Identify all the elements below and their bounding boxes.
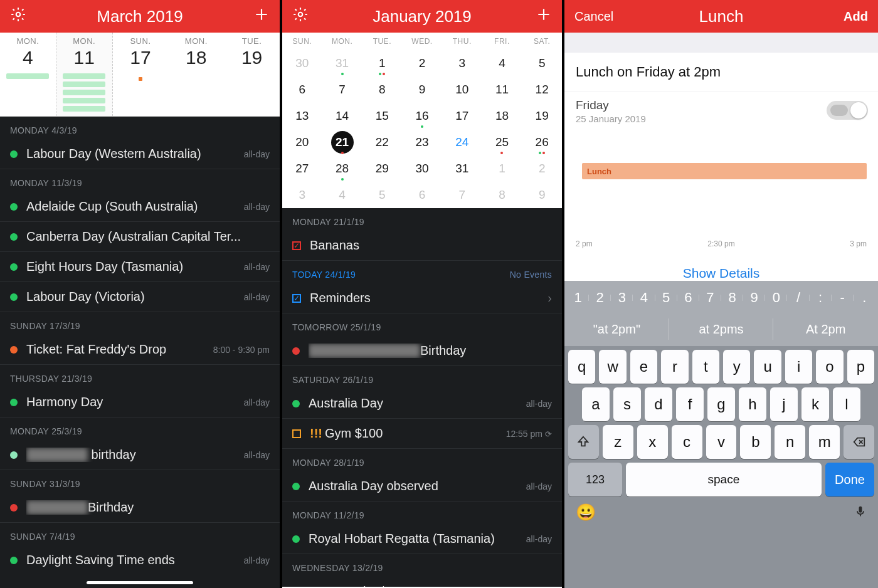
key-letter[interactable]: a <box>582 387 610 421</box>
key-number[interactable]: 2 <box>589 290 611 306</box>
month-day[interactable]: 23 <box>402 129 442 155</box>
key-shift[interactable] <box>568 425 599 459</box>
month-day[interactable]: 29 <box>362 155 402 182</box>
month-day[interactable]: 3 <box>442 50 482 76</box>
month-day[interactable]: 13 <box>282 103 322 129</box>
key-letter[interactable]: r <box>661 350 688 384</box>
key-letter[interactable]: y <box>723 350 750 384</box>
key-letter[interactable]: p <box>847 350 874 384</box>
allday-toggle[interactable] <box>827 101 868 120</box>
month-day[interactable]: 6 <box>282 76 322 103</box>
month-day[interactable]: 8 <box>362 76 402 103</box>
key-letter[interactable]: b <box>740 425 771 459</box>
key-letter[interactable]: m <box>809 425 840 459</box>
emoji-icon[interactable]: 😀 <box>576 503 596 525</box>
month-day[interactable]: 30 <box>402 155 442 182</box>
month-day[interactable]: 4 <box>322 182 362 208</box>
event-bar[interactable]: Lunch <box>582 163 867 179</box>
month-day[interactable]: 6 <box>402 182 442 208</box>
key-number[interactable]: 3 <box>611 290 633 306</box>
month-day[interactable]: 3 <box>282 182 322 208</box>
week-day[interactable]: TUE.19 <box>224 33 280 116</box>
month-day[interactable]: 2 <box>402 50 442 76</box>
month-day[interactable]: 11 <box>482 76 522 103</box>
week-day[interactable]: MON.11 <box>56 33 113 116</box>
header-title[interactable]: January 2019 <box>336 7 508 26</box>
event-row[interactable]: Labour Day (Victoria)all-day <box>0 282 280 312</box>
month-day[interactable]: 15 <box>362 103 402 129</box>
event-entry-input[interactable]: Lunch on Friday at 2pm <box>564 53 878 92</box>
key-letter[interactable]: v <box>706 425 737 459</box>
key-number[interactable]: 9 <box>743 290 765 306</box>
month-day[interactable]: 30 <box>282 50 322 76</box>
event-row[interactable]: Labour Day (Western Australia)all-day <box>0 139 280 169</box>
key-number[interactable]: 0 <box>765 290 787 306</box>
key-letter[interactable]: z <box>603 425 633 459</box>
mic-icon[interactable] <box>854 503 867 525</box>
keyboard-suggestion[interactable]: at 2pms <box>669 312 774 346</box>
key-number[interactable]: 4 <box>633 290 655 306</box>
event-row[interactable]: Canberra Day (Australian Capital Ter... <box>0 222 280 252</box>
month-day[interactable]: 31 <box>322 50 362 76</box>
month-day[interactable]: 22 <box>362 129 402 155</box>
key-number[interactable]: 5 <box>655 290 677 306</box>
key-letter[interactable]: k <box>801 387 829 421</box>
event-row[interactable]: !!!Amaysim $0010:55 pm <box>282 577 562 587</box>
month-day[interactable]: 27 <box>282 155 322 182</box>
month-day[interactable]: 10 <box>442 76 482 103</box>
event-row[interactable]: Daylight Saving Time endsall-day <box>0 545 280 575</box>
event-row[interactable]: xxxxxxxxxBirthday <box>0 493 280 523</box>
add-button[interactable]: Add <box>824 9 868 24</box>
key-number[interactable]: 8 <box>721 290 743 306</box>
key-letter[interactable]: u <box>754 350 781 384</box>
month-day[interactable]: 21 <box>322 129 362 155</box>
key-letter[interactable]: f <box>676 387 704 421</box>
key-number[interactable]: / <box>787 290 809 306</box>
key-letter[interactable]: i <box>785 350 812 384</box>
add-event-icon[interactable] <box>536 6 552 27</box>
add-event-icon[interactable] <box>253 6 270 27</box>
month-day[interactable]: 28 <box>322 155 362 182</box>
event-row[interactable]: ✓Bananas <box>282 231 562 261</box>
month-day[interactable]: 20 <box>282 129 322 155</box>
month-day[interactable]: 26 <box>522 129 562 155</box>
key-letter[interactable]: x <box>637 425 668 459</box>
checkbox-icon[interactable]: ✓ <box>292 241 301 250</box>
keyboard-suggestion[interactable]: "at 2pm" <box>564 312 669 346</box>
month-day[interactable]: 14 <box>322 103 362 129</box>
key-number[interactable]: : <box>810 290 832 306</box>
key-number[interactable]: - <box>832 290 854 306</box>
key-letter[interactable]: t <box>692 350 719 384</box>
checkbox-icon[interactable]: ✓ <box>292 294 301 303</box>
month-day[interactable]: 1 <box>362 50 402 76</box>
settings-icon[interactable] <box>292 6 309 27</box>
month-day[interactable]: 25 <box>482 129 522 155</box>
event-row[interactable]: ✓Reminders› <box>282 283 562 313</box>
month-grid[interactable]: 3031123456789101112131415161718192021222… <box>282 50 562 208</box>
key-letter[interactable]: w <box>599 350 626 384</box>
key-123[interactable]: 123 <box>568 463 622 496</box>
event-row[interactable]: Ticket: Fat Freddy's Drop8:00 - 9:30 pm <box>0 335 280 365</box>
header-title[interactable]: March 2019 <box>54 7 226 26</box>
key-backspace[interactable] <box>844 425 874 459</box>
month-day[interactable]: 9 <box>522 182 562 208</box>
week-day[interactable]: MON.18 <box>168 33 224 116</box>
month-day[interactable]: 7 <box>322 76 362 103</box>
key-letter[interactable]: j <box>770 387 798 421</box>
keyboard-suggestion[interactable]: At 2pm <box>773 312 878 346</box>
month-day[interactable]: 9 <box>402 76 442 103</box>
event-row[interactable]: Eight Hours Day (Tasmania)all-day <box>0 252 280 282</box>
key-letter[interactable]: q <box>568 350 595 384</box>
key-letter[interactable]: s <box>613 387 641 421</box>
event-list[interactable]: MONDAY 4/3/19Labour Day (Western Austral… <box>0 117 280 588</box>
event-row[interactable]: !!!Gym $10012:55 pm⟳ <box>282 419 562 449</box>
month-day[interactable]: 8 <box>482 182 522 208</box>
home-indicator[interactable] <box>87 581 193 584</box>
checkbox-icon[interactable] <box>292 429 301 438</box>
month-day[interactable]: 12 <box>522 76 562 103</box>
event-row[interactable]: Adelaide Cup (South Australia)all-day <box>0 192 280 222</box>
month-day[interactable]: 24 <box>442 129 482 155</box>
event-row[interactable]: Australia Day observedall-day <box>282 471 562 501</box>
month-day[interactable]: 16 <box>402 103 442 129</box>
month-day[interactable]: 19 <box>522 103 562 129</box>
